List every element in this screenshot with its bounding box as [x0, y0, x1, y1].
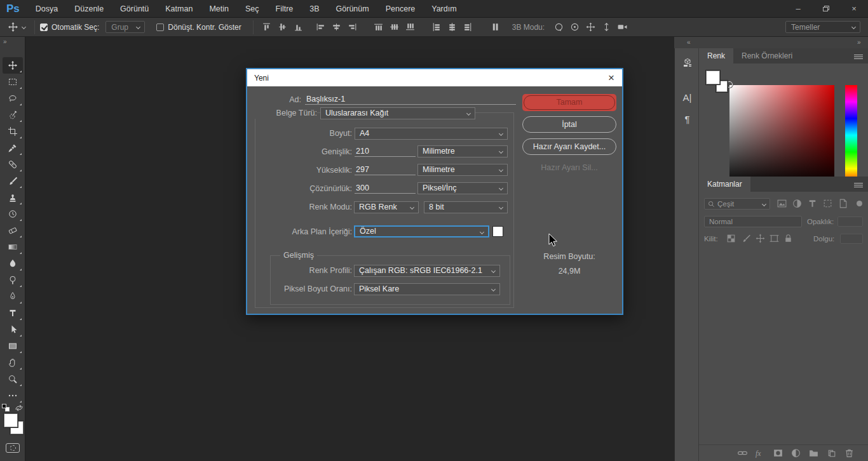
tool-move[interactable]	[3, 57, 23, 74]
tool-hand[interactable]	[3, 354, 23, 371]
new-layer-icon[interactable]	[826, 448, 837, 458]
cozunurluk-unit-select[interactable]: Piksel/İnç	[417, 182, 508, 194]
distribute-horizontal-centers-icon[interactable]	[447, 22, 458, 32]
tab-renk[interactable]: Renk	[699, 48, 733, 63]
tool-pen[interactable]	[3, 288, 23, 305]
align-bottom-edges-icon[interactable]	[293, 22, 304, 32]
lock-position-icon[interactable]	[755, 233, 766, 244]
fill-field[interactable]	[840, 234, 863, 244]
tab-renk-ornekleri[interactable]: Renk Örnekleri	[733, 48, 801, 63]
arka-plan-select[interactable]: Özel	[354, 225, 489, 237]
tool-edit-toolbar[interactable]	[3, 387, 23, 404]
menu-katman[interactable]: Katman	[157, 0, 201, 18]
menu-yardim[interactable]: Yardım	[423, 0, 465, 18]
color-saturation-field[interactable]	[729, 85, 834, 185]
distribute-vertical-centers-icon[interactable]	[389, 22, 400, 32]
bit-depth-select[interactable]: 8 bit	[424, 201, 508, 213]
3d-pan-icon[interactable]	[585, 22, 596, 32]
expand-dock-icon[interactable]: »	[857, 39, 861, 46]
distribute-top-edges-icon[interactable]	[373, 22, 384, 32]
3d-camera-icon[interactable]	[617, 22, 628, 32]
menu-sec[interactable]: Seç	[237, 0, 268, 18]
piksel-boyut-orani-select[interactable]: Piksel Kare	[354, 283, 500, 295]
menu-goruntu[interactable]: Görüntü	[112, 0, 157, 18]
tool-blur[interactable]	[3, 255, 23, 272]
filter-pixel-layers-icon[interactable]	[776, 198, 787, 209]
tool-gradient[interactable]	[3, 239, 23, 255]
minimize-button[interactable]: –	[784, 0, 812, 18]
menu-gorunum[interactable]: Görünüm	[328, 0, 377, 18]
layer-style-icon[interactable]: fx	[755, 448, 766, 458]
quick-mask-icon[interactable]	[6, 443, 20, 453]
panel-menu-icon[interactable]	[854, 182, 863, 187]
workspace-select[interactable]: Temeller	[785, 21, 860, 33]
transform-controls-checkbox[interactable]	[156, 23, 164, 31]
align-left-edges-icon[interactable]	[315, 22, 326, 32]
tool-history-brush[interactable]	[3, 206, 23, 222]
distribute-bottom-edges-icon[interactable]	[405, 22, 416, 32]
menu-filtre[interactable]: Filtre	[268, 0, 302, 18]
align-vertical-centers-icon[interactable]	[277, 22, 288, 32]
align-top-edges-icon[interactable]	[261, 22, 272, 32]
collapse-dock-icon[interactable]: «	[687, 39, 691, 46]
character-panel-icon[interactable]: A|	[675, 88, 700, 107]
menu-dosya[interactable]: Dosya	[27, 0, 66, 18]
tool-path-selection[interactable]	[3, 321, 23, 338]
cozunurluk-input[interactable]: 300	[355, 183, 416, 194]
panel-foreground-swatch[interactable]	[705, 70, 721, 85]
filter-smart-objects-icon[interactable]	[837, 198, 848, 209]
tab-katmanlar[interactable]: Katmanlar	[699, 177, 750, 192]
layer-filter-select[interactable]: Çeşit	[704, 198, 770, 210]
genislik-input[interactable]: 210	[355, 146, 416, 157]
filter-type-layers-icon[interactable]	[807, 198, 818, 209]
link-layers-icon[interactable]	[737, 448, 748, 458]
renk-profili-select[interactable]: Çalışan RGB: sRGB IEC61966-2.1	[354, 265, 500, 277]
yukseklik-unit-select[interactable]: Milimetre	[417, 164, 508, 176]
layer-mask-icon[interactable]	[773, 448, 783, 458]
restore-button[interactable]	[812, 0, 840, 18]
tool-dodge[interactable]	[3, 272, 23, 288]
distribute-left-edges-icon[interactable]	[431, 22, 442, 32]
advanced-legend[interactable]: Gelişmiş	[280, 250, 317, 260]
menu-3b[interactable]: 3B	[301, 0, 327, 18]
menu-duzenle[interactable]: Düzenle	[66, 0, 112, 18]
tool-brush[interactable]	[3, 173, 23, 189]
panel-menu-icon[interactable]	[854, 53, 863, 59]
filter-shape-layers-icon[interactable]	[822, 198, 833, 209]
auto-select-checkbox[interactable]	[40, 23, 48, 31]
background-content-color-swatch[interactable]	[492, 226, 503, 237]
distribute-spacing-icon[interactable]	[490, 22, 501, 32]
3d-slide-icon[interactable]	[601, 22, 612, 32]
dialog-close-button[interactable]: ×	[600, 69, 622, 86]
lock-all-icon[interactable]	[783, 233, 794, 244]
tool-rectangle[interactable]	[3, 338, 23, 354]
3d-panel-icon[interactable]	[675, 53, 700, 72]
boyut-select[interactable]: A4	[355, 128, 508, 140]
filter-adjustment-layers-icon[interactable]	[792, 198, 803, 209]
blend-mode-select[interactable]: Normal	[704, 216, 802, 227]
belge-turu-select[interactable]: Uluslararası Kağıt	[320, 107, 475, 119]
new-group-icon[interactable]	[808, 448, 819, 458]
align-right-edges-icon[interactable]	[347, 22, 358, 32]
tool-crop[interactable]	[3, 123, 23, 140]
default-colors-icon[interactable]	[2, 404, 10, 411]
tool-preset-chevron-icon[interactable]	[22, 25, 26, 29]
close-button[interactable]: ×	[840, 0, 868, 18]
auto-select-target-select[interactable]: Grup	[105, 21, 145, 33]
3d-orbit-icon[interactable]	[553, 22, 564, 32]
menu-metin[interactable]: Metin	[201, 0, 237, 18]
tool-eraser[interactable]	[3, 222, 23, 239]
genislik-unit-select[interactable]: Milimetre	[417, 145, 508, 157]
opacity-field[interactable]	[837, 217, 863, 227]
delete-layer-icon[interactable]	[844, 448, 855, 458]
paragraph-panel-icon[interactable]: ¶	[675, 109, 700, 128]
tool-clone-stamp[interactable]	[3, 189, 23, 206]
tamam-button[interactable]: Tamam	[522, 94, 616, 111]
3d-roll-icon[interactable]	[569, 22, 580, 32]
ad-input[interactable]: Başlıksız-1	[305, 94, 516, 105]
iptal-button[interactable]: İptal	[522, 116, 616, 133]
tool-type[interactable]	[3, 305, 23, 321]
lock-artboard-icon[interactable]	[769, 233, 780, 244]
tool-spot-healing[interactable]	[3, 156, 23, 173]
tool-eyedropper[interactable]	[3, 140, 23, 156]
